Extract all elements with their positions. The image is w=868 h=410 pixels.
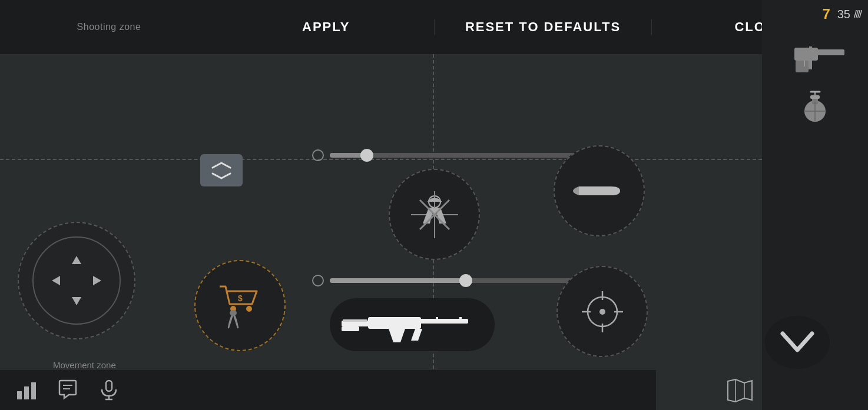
bottom-bar: [0, 370, 656, 410]
aim-button[interactable]: [556, 266, 648, 357]
slider2-dot-left: [312, 275, 324, 286]
slider1-thumb[interactable]: [360, 149, 373, 162]
svg-marker-46: [728, 379, 752, 402]
ammo-counter: 7 35 ////: [822, 6, 868, 22]
expand-icon: [210, 162, 233, 179]
apply-button[interactable]: APPLY: [218, 19, 435, 35]
svg-rect-40: [31, 382, 36, 399]
mic-icon: [98, 379, 120, 401]
ammo-ticks: ////: [854, 8, 861, 21]
slider-row-1: [312, 144, 597, 167]
shooting-zone-label: Shooting zone: [0, 22, 218, 32]
ak47-icon: [342, 304, 483, 345]
reset-button[interactable]: RESET TO DEFAULTS: [435, 19, 651, 35]
svg-rect-30: [436, 317, 438, 321]
bullet-icon-button[interactable]: [554, 145, 645, 236]
main-area: $: [0, 54, 762, 410]
svg-point-22: [246, 306, 252, 312]
bullet-icon: [573, 175, 626, 207]
slider1-track: [330, 153, 577, 158]
enemy-icon-button[interactable]: [389, 169, 480, 260]
pistol-icon: [777, 33, 853, 77]
svg-rect-1: [794, 48, 818, 61]
svg-point-24: [230, 310, 237, 316]
slider2-thumb[interactable]: [459, 274, 472, 287]
slider-row-2: [312, 269, 597, 292]
right-panel: 7 35 ////: [762, 0, 868, 410]
chevron-down-icon: [777, 328, 818, 357]
stats-icon-button[interactable]: [12, 375, 41, 405]
stats-icon: [16, 379, 37, 401]
svg-rect-26: [342, 326, 359, 331]
pistol-icon-area[interactable]: [771, 28, 859, 81]
svg-rect-3: [809, 46, 812, 49]
weapon-button[interactable]: [330, 298, 495, 351]
svg-rect-31: [459, 317, 462, 321]
svg-rect-2: [796, 61, 809, 72]
map-icon-button[interactable]: [724, 376, 756, 405]
grenade-icon: [799, 86, 831, 128]
svg-marker-19: [52, 276, 60, 285]
chevron-down-button[interactable]: [765, 316, 830, 369]
svg-point-33: [599, 309, 605, 315]
movement-zone-label: Movement zone: [53, 360, 116, 370]
svg-rect-27: [368, 317, 421, 329]
crosshair-icon: [579, 288, 626, 335]
slider1-dot-left: [312, 149, 324, 161]
enemy-icon: [411, 191, 458, 238]
svg-text:$: $: [238, 294, 243, 303]
map-icon: [727, 379, 753, 402]
svg-marker-20: [93, 276, 101, 285]
chat-icon: [57, 379, 78, 401]
movement-zone-inner: [32, 236, 121, 325]
svg-rect-7: [810, 95, 820, 99]
mic-icon-button[interactable]: [94, 375, 124, 405]
movement-zone[interactable]: [18, 222, 135, 339]
top-bar: Shooting zone APPLY RESET TO DEFAULTS CL…: [0, 0, 868, 54]
expand-button[interactable]: [200, 154, 243, 186]
grenade-icon-area[interactable]: [791, 84, 839, 131]
ammo-total: 35: [837, 8, 850, 21]
svg-rect-29: [343, 319, 367, 322]
svg-marker-18: [72, 297, 81, 305]
chat-icon-button[interactable]: [53, 375, 82, 405]
slider2-track: [330, 278, 577, 283]
slider2-fill: [330, 278, 466, 283]
ammo-current: 7: [822, 6, 830, 22]
svg-rect-43: [106, 381, 112, 391]
shop-button[interactable]: $: [194, 260, 286, 351]
slider2-container[interactable]: [330, 269, 577, 292]
dpad-icon: [47, 251, 106, 310]
slider1-container[interactable]: [330, 144, 577, 167]
svg-marker-17: [72, 256, 81, 264]
svg-rect-39: [24, 386, 29, 399]
shop-icon: $: [217, 281, 264, 331]
svg-rect-38: [17, 391, 22, 399]
